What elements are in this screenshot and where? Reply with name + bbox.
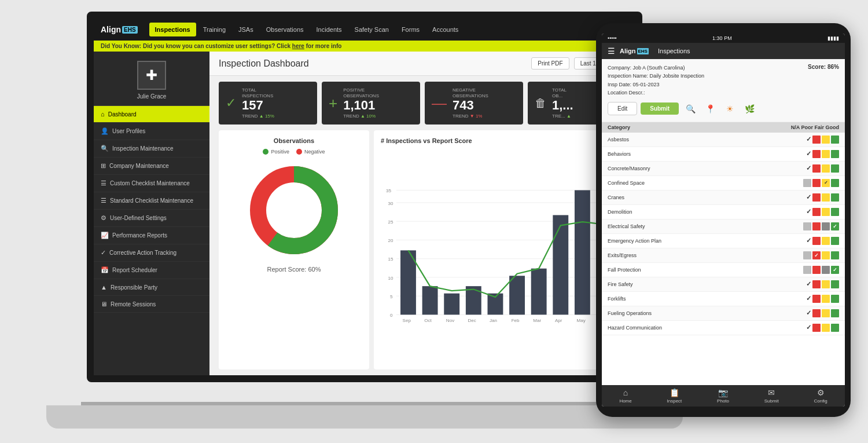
- rating-poor[interactable]: [812, 193, 821, 202]
- tablet-nav-inspect[interactable]: 📋 Inspect: [667, 388, 682, 404]
- sidebar-item-report-scheduler[interactable]: 📅 Report Scheduler: [94, 262, 209, 279]
- notif-link[interactable]: here: [292, 43, 304, 49]
- sidebar-item-custom-checklist[interactable]: ☰ Custom Checklist Maintenance: [94, 175, 209, 192]
- rating-poor[interactable]: [812, 179, 821, 187]
- rating-fair[interactable]: [822, 193, 830, 202]
- check-na: ✓: [806, 280, 811, 288]
- plant-button[interactable]: 🌿: [741, 101, 757, 117]
- rating-fair[interactable]: [822, 280, 830, 288]
- table-row: Fire Safety ✓: [602, 277, 845, 292]
- rating-poor[interactable]: [812, 150, 821, 158]
- sidebar-item-dashboard[interactable]: ⌂ Dashboard: [94, 106, 209, 123]
- table-row: Cranes ✓: [602, 191, 845, 205]
- rating-fair[interactable]: [822, 324, 830, 332]
- print-pdf-button[interactable]: Print PDF: [531, 57, 569, 69]
- sidebar-item-label: Corrective Action Tracking: [109, 250, 176, 256]
- rating-na[interactable]: [803, 222, 811, 230]
- category-name: Demolition: [608, 209, 806, 215]
- app-container: Align EHS Inspections Training JSAs Obse…: [94, 19, 635, 375]
- category-ratings: ✓: [806, 164, 839, 173]
- sidebar-item-standard-checklist[interactable]: ☰ Standard Checklist Maintenance: [94, 192, 209, 210]
- tablet-nav-config[interactable]: ⚙ Config: [814, 388, 827, 404]
- category-name: Behaviors: [608, 151, 806, 157]
- nav-item-forms[interactable]: Forms: [396, 23, 425, 36]
- rating-fair[interactable]: [822, 295, 830, 303]
- rating-poor[interactable]: [812, 164, 821, 173]
- rating-good[interactable]: [831, 251, 839, 259]
- rating-fair[interactable]: [822, 222, 830, 230]
- stat-value-positive: 1,101: [343, 98, 413, 112]
- rating-poor[interactable]: [812, 237, 821, 245]
- table-row: Fueling Operations ✓: [602, 306, 845, 321]
- rating-fair[interactable]: [822, 266, 830, 274]
- edit-button[interactable]: Edit: [608, 102, 637, 115]
- rating-fair[interactable]: [822, 251, 830, 259]
- sidebar-item-company-maintenance[interactable]: ⊞ Company Maintenance: [94, 158, 209, 175]
- rating-good[interactable]: ✓: [831, 266, 839, 274]
- rating-fair[interactable]: [822, 164, 830, 173]
- sidebar-item-responsible-party[interactable]: ▲ Responsible Party: [94, 279, 209, 296]
- svg-text:Oct: Oct: [424, 318, 432, 323]
- sidebar-item-remote-sessions[interactable]: 🖥 Remote Sessions: [94, 296, 209, 313]
- rating-good[interactable]: [831, 164, 839, 173]
- rating-good[interactable]: [831, 324, 839, 332]
- tablet-nav-home[interactable]: ⌂ Home: [619, 388, 631, 404]
- hamburger-icon[interactable]: ☰: [608, 46, 615, 56]
- rating-good[interactable]: [831, 150, 839, 158]
- rating-good[interactable]: [831, 208, 839, 216]
- table-row: Asbestos ✓: [602, 133, 845, 147]
- trend-arrow-up: ▲ 15%: [259, 114, 274, 119]
- rating-na[interactable]: [803, 266, 811, 274]
- sidebar-item-performance[interactable]: 📈 Performance Reports: [94, 227, 209, 244]
- rating-good[interactable]: [831, 193, 839, 202]
- laptop-screen: Align EHS Inspections Training JSAs Obse…: [87, 12, 642, 382]
- rating-poor[interactable]: [812, 208, 821, 216]
- sidebar-item-user-profiles[interactable]: 👤 User Profiles: [94, 123, 209, 140]
- rating-good[interactable]: [831, 280, 839, 288]
- search-button[interactable]: 🔍: [682, 101, 698, 117]
- nav-item-safety-scan[interactable]: Safety Scan: [349, 23, 395, 36]
- sidebar-item-corrective-action[interactable]: ✓ Corrective Action Tracking: [94, 244, 209, 262]
- rating-poor[interactable]: [812, 295, 821, 303]
- tablet-nav-submit[interactable]: ✉ Submit: [764, 388, 779, 404]
- location-button[interactable]: 📍: [702, 101, 718, 117]
- nav-item-jsas[interactable]: JSAs: [233, 23, 259, 36]
- rating-poor[interactable]: [812, 324, 821, 332]
- rating-poor[interactable]: [812, 309, 821, 317]
- rating-fair[interactable]: [822, 237, 830, 245]
- nav-item-training[interactable]: Training: [197, 23, 231, 36]
- rating-good[interactable]: [831, 179, 839, 187]
- rating-fair[interactable]: [822, 208, 830, 216]
- rating-good[interactable]: [831, 136, 839, 144]
- trend-arrow-up-3: ▲: [567, 114, 571, 119]
- table-row: Behaviors ✓: [602, 147, 845, 162]
- rating-good[interactable]: ✓: [831, 222, 839, 230]
- rating-good[interactable]: [831, 237, 839, 245]
- rating-good[interactable]: [831, 295, 839, 303]
- nav-item-observations[interactable]: Observations: [260, 23, 310, 36]
- nav-item-inspections[interactable]: Inspections: [149, 23, 196, 36]
- rating-na[interactable]: [803, 251, 811, 259]
- submit-button[interactable]: Submit: [641, 102, 679, 115]
- rating-good[interactable]: [831, 309, 839, 317]
- rating-poor[interactable]: [812, 280, 821, 288]
- rating-fair[interactable]: ✓: [822, 179, 830, 187]
- nav-item-incidents[interactable]: Incidents: [311, 23, 348, 36]
- rating-poor[interactable]: [812, 136, 821, 144]
- rating-fair[interactable]: [822, 150, 830, 158]
- check-na: ✓: [806, 136, 811, 143]
- sun-button[interactable]: ☀: [722, 101, 738, 117]
- tablet-nav-photo[interactable]: 📷 Photo: [717, 388, 729, 404]
- sidebar-item-inspection-maintenance[interactable]: 🔍 Inspection Maintenance: [94, 140, 209, 158]
- rating-poor[interactable]: [812, 222, 821, 230]
- rating-poor[interactable]: ✓: [812, 251, 821, 259]
- table-row: Exits/Egress ✓: [602, 248, 845, 263]
- rating-fair[interactable]: [822, 309, 830, 317]
- check-na: ✓: [806, 193, 811, 201]
- nav-item-accounts[interactable]: Accounts: [426, 23, 464, 36]
- sidebar-item-user-settings[interactable]: ⚙ User-Defined Settings: [94, 210, 209, 227]
- rating-fair[interactable]: [822, 136, 830, 144]
- rating-poor[interactable]: [812, 266, 821, 274]
- logo-ehs-badge: EHS: [122, 26, 138, 34]
- rating-na[interactable]: [803, 179, 811, 187]
